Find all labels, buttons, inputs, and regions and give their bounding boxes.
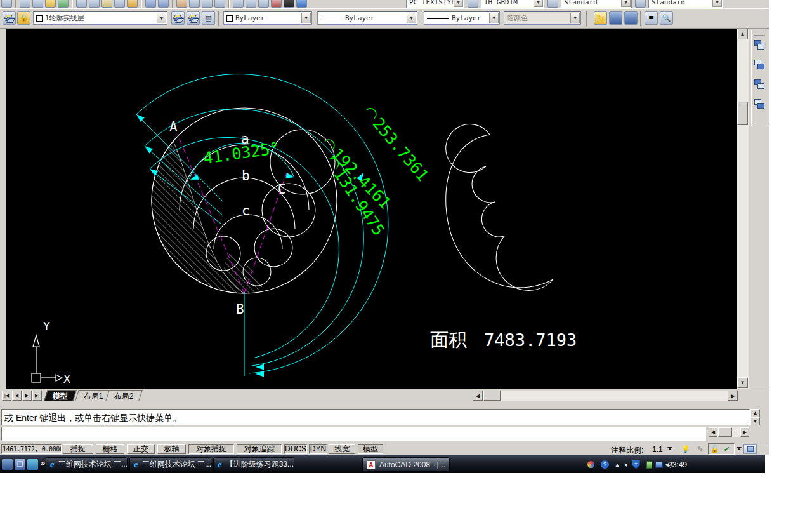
annotation-update-icon[interactable]: ✔ <box>721 444 732 454</box>
arc-c[interactable] <box>214 215 282 249</box>
scrollbar-thumb[interactable] <box>718 427 732 437</box>
model-space-canvas[interactable]: 41.0325° 253.7361 192.4161 131.9475 <box>6 29 737 389</box>
workspace-combo[interactable]: Standard▼ <box>648 0 723 8</box>
help-icon[interactable] <box>296 0 307 8</box>
object-color-combo[interactable]: ByLayer ▼ <box>223 11 312 25</box>
taskbar-button-autocad[interactable]: A AutoCAD 2008 - [... <box>362 457 450 472</box>
toggle-otrack[interactable]: 对象追踪 <box>237 444 282 454</box>
layer-combo[interactable]: 1轮廓实线层 ▼ <box>33 11 167 25</box>
scroll-up-button[interactable]: ▲ <box>737 29 748 39</box>
tab-layout2[interactable]: 布局2 <box>105 390 143 401</box>
annotation-visibility-icon[interactable]: 💡 <box>680 444 691 454</box>
table-style-combo[interactable]: Standard▼ <box>561 0 632 8</box>
quickcalc-icon[interactable] <box>284 0 294 8</box>
command-input[interactable] <box>1 427 706 441</box>
tray-network-icon[interactable] <box>654 460 664 469</box>
toggle-grid[interactable]: 栅格 <box>96 444 124 454</box>
table-style-icon[interactable] <box>547 0 558 8</box>
scroll-up-button[interactable]: ▲ <box>750 409 760 417</box>
send-under-objects-icon[interactable] <box>752 97 767 112</box>
text-style-combo[interactable]: PC_TEXTSTYLE▼ <box>406 0 464 8</box>
command-scrollbar[interactable]: ▲ ▼ <box>750 409 760 425</box>
tray-security-icon[interactable]: + <box>631 460 641 469</box>
tray-collapse-icon[interactable]: ◂ <box>622 460 629 469</box>
toggle-snap[interactable]: 捕捉 <box>63 444 93 454</box>
dim-style-combo[interactable]: TH_GBDIM▼ <box>481 0 544 8</box>
tray-app-icon[interactable] <box>586 460 596 469</box>
locate-point-icon[interactable]: 🔍 <box>660 11 673 25</box>
bring-above-objects-icon[interactable] <box>752 77 767 92</box>
taskbar-button-ie3[interactable]: e 【进阶级练习题33... <box>213 457 294 472</box>
zoom-previous-icon[interactable] <box>214 0 225 8</box>
first-tab-button[interactable]: |◀ <box>2 391 11 401</box>
scroll-left-button[interactable]: ◀ <box>473 391 483 401</box>
zoom-window-icon[interactable] <box>202 0 213 8</box>
chevron-down-icon[interactable]: ▼ <box>712 0 722 7</box>
markup-icon[interactable] <box>271 0 282 8</box>
properties-palette-icon[interactable] <box>233 0 244 8</box>
annotation-autoscale-icon[interactable]: ✎ <box>695 444 705 454</box>
last-tab-button[interactable]: ▶| <box>32 391 42 401</box>
taskbar-button-ie1[interactable]: e 三维网技术论坛 三... <box>46 457 128 472</box>
toolbar-grip[interactable] <box>754 32 765 36</box>
layer-states-manager-icon[interactable]: ▤ <box>202 11 215 25</box>
paste-icon[interactable] <box>102 0 112 8</box>
dimension-texts[interactable]: 41.0325° 253.7361 192.4161 131.9475 <box>202 104 432 239</box>
scroll-right-button[interactable]: ▶ <box>740 427 749 437</box>
lineweight-combo[interactable]: ByLayer ▼ <box>424 11 500 25</box>
chevron-down-icon[interactable]: ▼ <box>157 13 166 23</box>
cut-icon[interactable] <box>76 0 87 8</box>
toggle-dyn[interactable]: DYN <box>309 444 327 454</box>
make-object-layer-current-icon[interactable] <box>171 11 185 25</box>
toggle-ducs[interactable]: DUCS <box>284 444 307 454</box>
clean-screen-button[interactable] <box>743 444 757 454</box>
send-to-back-icon[interactable] <box>752 58 767 72</box>
plot-style-combo[interactable]: 随颜色 ▼ <box>504 11 581 25</box>
annotation-scale-value[interactable]: 1:1 <box>652 445 663 454</box>
layer-lock-icon[interactable]: 🔒 <box>17 11 30 25</box>
chevron-down-icon[interactable]: ▼ <box>570 13 580 23</box>
scroll-down-button[interactable]: ▼ <box>750 417 760 425</box>
workspace-icon[interactable] <box>635 0 646 8</box>
quicklaunch-overflow-chevron[interactable]: » <box>41 458 45 467</box>
chevron-down-icon[interactable] <box>667 447 672 450</box>
chevron-down-icon[interactable]: ▼ <box>301 13 311 23</box>
redo-icon[interactable] <box>158 0 169 8</box>
linetype-combo[interactable]: ByLayer ▼ <box>317 11 417 25</box>
scrollbar-thumb[interactable] <box>737 102 748 125</box>
media-player-icon[interactable] <box>27 459 38 470</box>
chevron-down-icon[interactable]: ▼ <box>407 13 416 23</box>
horizontal-scroll-track[interactable] <box>473 391 738 401</box>
toggle-lineweight[interactable]: 线宽 <box>329 444 355 454</box>
toggle-polar[interactable]: 极轴 <box>157 444 186 454</box>
plot-icon[interactable] <box>20 0 30 8</box>
crescent-outline[interactable] <box>446 124 553 291</box>
block-editor-icon[interactable] <box>127 0 138 8</box>
plot-preview-icon[interactable] <box>32 0 43 8</box>
undo-icon[interactable] <box>145 0 156 8</box>
copy-icon[interactable] <box>89 0 100 8</box>
scroll-down-button[interactable]: ▼ <box>737 377 748 388</box>
etransmit-icon[interactable] <box>58 0 69 8</box>
chevron-down-icon[interactable]: ▼ <box>489 13 499 23</box>
layer-properties-manager-icon[interactable] <box>3 11 16 25</box>
previous-tab-button[interactable]: ◀ <box>12 391 22 401</box>
tab-model[interactable]: 模型 <box>44 390 77 401</box>
chevron-down-icon[interactable]: ▼ <box>454 0 463 7</box>
taskbar-button-ie2[interactable]: e 三维网技术论坛 三... <box>129 457 211 472</box>
tray-power-icon[interactable] <box>645 460 654 469</box>
designcenter-icon[interactable] <box>246 0 256 8</box>
scroll-right-button[interactable]: ▶ <box>728 391 738 401</box>
scroll-left-button[interactable]: ◀ <box>709 427 717 437</box>
dim-style-icon[interactable] <box>468 0 478 8</box>
chevron-down-icon[interactable]: ▼ <box>534 0 543 7</box>
publish-icon[interactable] <box>45 0 56 8</box>
distance-icon[interactable]: 📏 <box>594 11 607 25</box>
zoom-realtime-icon[interactable] <box>189 0 200 8</box>
match-properties-icon[interactable] <box>114 0 125 8</box>
vertical-scrollbar[interactable]: ▲ ▼ <box>737 29 749 389</box>
list-icon[interactable]: ≣ <box>645 11 658 25</box>
show-desktop-icon[interactable] <box>2 459 13 470</box>
command-history[interactable]: 或 Enter 键退出，或单击右键显示快捷菜单。 <box>1 409 750 425</box>
lock-icon[interactable]: 🔓 <box>709 444 720 454</box>
